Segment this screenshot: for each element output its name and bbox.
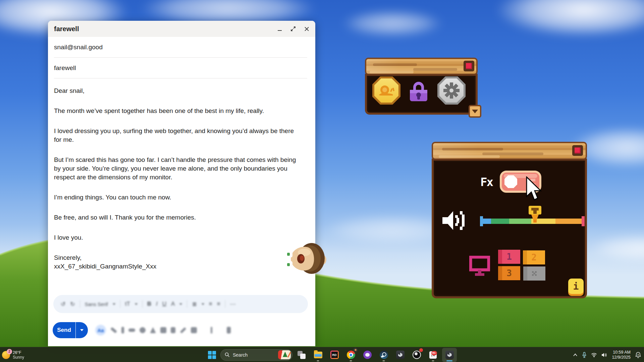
search-box[interactable]: Search: [220, 349, 292, 361]
send-label[interactable]: Send: [53, 322, 75, 338]
tree-icon: [283, 352, 287, 357]
link-icon[interactable]: [128, 328, 135, 332]
trophy-slider-handle[interactable]: [527, 205, 543, 225]
running-indicator: [383, 360, 385, 361]
trash-icon[interactable]: [227, 327, 231, 334]
display-button-label: 1: [506, 252, 512, 262]
display-button-1[interactable]: 1: [498, 250, 520, 264]
volume-slider[interactable]: [482, 219, 583, 224]
close-button[interactable]: [572, 145, 583, 156]
compose-header[interactable]: farewell: [48, 21, 315, 37]
list-numbered-icon[interactable]: ≡: [217, 301, 220, 307]
taskbar-app-github-desktop[interactable]: [360, 348, 375, 362]
rider-label: RD: [331, 352, 338, 358]
more-vert-icon[interactable]: [211, 327, 212, 334]
chevron-down-icon[interactable]: [202, 303, 204, 305]
display-button-2[interactable]: 2: [523, 250, 545, 264]
minimize-icon[interactable]: [276, 25, 284, 33]
toggle-knob[interactable]: [504, 175, 517, 188]
button-edge: [498, 250, 502, 264]
subject-field[interactable]: farewell: [54, 58, 307, 78]
recipient-field[interactable]: snail@snail.good: [54, 37, 307, 58]
clock-widget[interactable]: 10:59 AM 12/9/2025: [612, 350, 631, 360]
settings-button[interactable]: [437, 76, 466, 105]
obs-recording-badge: [419, 348, 423, 352]
volume-icon[interactable]: [601, 352, 607, 358]
align-icon[interactable]: ≣: [192, 301, 197, 308]
snail-button[interactable]: [372, 76, 401, 105]
wifi-icon[interactable]: [591, 353, 597, 357]
divider: [187, 300, 187, 308]
slider-cap-right: [582, 216, 585, 226]
signature-pen-icon[interactable]: [110, 327, 117, 334]
divider: [142, 300, 143, 308]
email-paragraph: I’m ending things. You can touch me now.: [54, 193, 301, 202]
close-icon[interactable]: [303, 25, 311, 33]
divider: [225, 300, 225, 308]
image-icon[interactable]: [160, 327, 166, 333]
emoji-icon[interactable]: [140, 327, 146, 333]
email-paragraph: I loved dressing you up, surfing the web…: [54, 127, 301, 144]
formatting-toolbar[interactable]: ↺ ↻ Sans Serif tT B I U A ≣ ≡ ≡ ⋯: [53, 295, 308, 313]
list-bulleted-icon[interactable]: ≡: [209, 301, 212, 307]
weather-widget[interactable]: 2 26°F Sunny: [2, 347, 24, 362]
volume-segment: [555, 219, 583, 224]
taskbar-app-notion[interactable]: N99+: [426, 348, 440, 362]
send-button[interactable]: Send: [53, 322, 88, 338]
snail-pet[interactable]: [283, 242, 326, 275]
chevron-down-icon[interactable]: [135, 303, 138, 305]
microphone-icon[interactable]: [582, 352, 587, 358]
formatting-aa-icon[interactable]: Aa: [95, 325, 106, 336]
taskbar-app-steam[interactable]: [376, 348, 391, 362]
start-button[interactable]: [205, 348, 219, 362]
obs-icon: [413, 351, 421, 359]
chevron-down-icon[interactable]: [179, 303, 182, 305]
chevron-down-icon[interactable]: [113, 303, 115, 305]
button-edge: [523, 266, 527, 281]
text-color-icon[interactable]: A: [171, 301, 175, 307]
pet-toolbar-window: [365, 58, 478, 115]
email-paragraph: But I’m scared this has gone too far. I …: [54, 156, 301, 182]
search-highlight-thumbnail[interactable]: [278, 350, 291, 359]
chrome-profile-badge: [353, 348, 358, 352]
taskbar-app-obs[interactable]: [409, 348, 424, 362]
underline-icon[interactable]: U: [162, 301, 166, 307]
bell-dnd-icon[interactable]: z: [635, 352, 641, 358]
taskbar-app-unity-editor[interactable]: [442, 348, 457, 362]
more-formatting-icon[interactable]: ⋯: [230, 301, 236, 308]
sun-icon: 2: [2, 351, 10, 359]
attach-icon[interactable]: [121, 327, 124, 334]
taskbar-app-file-explorer[interactable]: [311, 348, 325, 362]
lock-icon[interactable]: [171, 327, 175, 333]
calendar-icon[interactable]: [191, 327, 197, 333]
settings-titlebar[interactable]: [432, 142, 587, 160]
bold-icon[interactable]: B: [147, 301, 151, 307]
close-button[interactable]: [464, 61, 474, 71]
pet-toolbar-titlebar[interactable]: [365, 58, 478, 75]
taskbar-app-task-view[interactable]: [294, 348, 309, 362]
send-options-button[interactable]: [76, 322, 88, 338]
close-icon: [575, 147, 581, 154]
fx-label: Fx: [480, 175, 493, 189]
font-size-icon[interactable]: tT: [125, 301, 130, 307]
taskbar-app-rider[interactable]: RD: [327, 348, 342, 362]
popout-icon[interactable]: [289, 25, 297, 33]
italic-icon[interactable]: I: [156, 301, 158, 307]
drive-icon[interactable]: [150, 327, 156, 333]
chevron-up-icon[interactable]: [573, 353, 578, 357]
taskbar-app-unity-hub[interactable]: [393, 348, 408, 362]
email-body[interactable]: Dear snail, The month we’ve spent togeth…: [54, 86, 301, 271]
pen-icon[interactable]: [180, 327, 186, 333]
collapse-button[interactable]: [469, 105, 481, 118]
lock-button[interactable]: [404, 77, 433, 107]
unity-hub-icon: [396, 351, 405, 359]
info-button[interactable]: i: [568, 279, 584, 294]
display-button-3[interactable]: 3: [498, 266, 520, 280]
font-select[interactable]: Sans Serif: [85, 301, 108, 307]
running-indicator: [350, 360, 352, 361]
running-indicator: [432, 360, 434, 361]
redo-icon[interactable]: ↻: [70, 301, 75, 308]
undo-icon[interactable]: ↺: [61, 301, 65, 308]
slider-cap-left: [480, 216, 483, 226]
taskbar-app-chrome[interactable]: [343, 348, 358, 362]
